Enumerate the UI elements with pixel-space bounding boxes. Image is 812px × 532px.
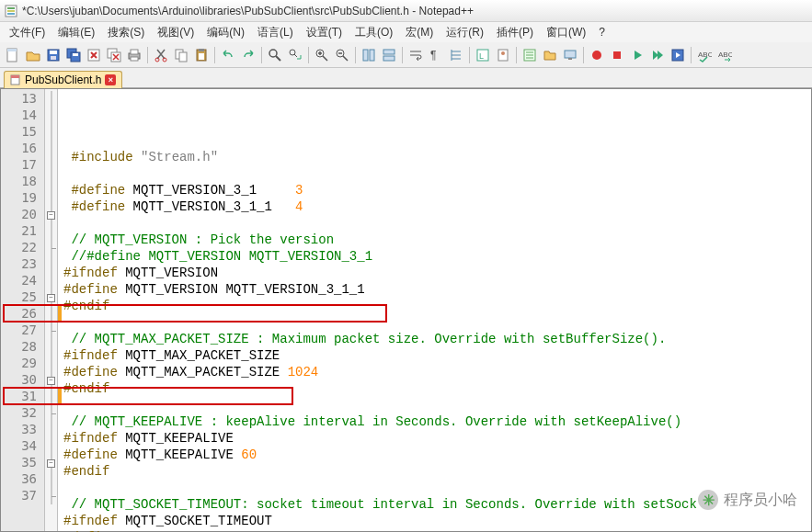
fold-toggle-icon[interactable]: −	[47, 377, 55, 385]
menu-tools[interactable]: 工具(O)	[349, 23, 398, 42]
fold-toggle-icon[interactable]: −	[47, 294, 55, 302]
save-macro-icon[interactable]	[669, 46, 687, 64]
code-line[interactable]: // MQTT_SOCKET_TIMEOUT: socket timeout i…	[62, 497, 811, 514]
replace-icon[interactable]	[286, 46, 304, 64]
line-number: 19	[1, 190, 44, 207]
menu-macro[interactable]: 宏(M)	[400, 23, 439, 42]
code-line[interactable]: #define MQTT_VERSION_3_1_1 4	[62, 199, 811, 216]
fold-column[interactable]: −−−−	[45, 89, 58, 531]
fold-cell[interactable]: −	[45, 207, 57, 223]
close-icon[interactable]	[85, 46, 103, 64]
record-macro-icon[interactable]	[588, 46, 606, 64]
doc-map-icon[interactable]	[494, 46, 512, 64]
fold-cell[interactable]: −	[45, 289, 57, 306]
code-line[interactable]: #endif	[62, 464, 811, 481]
folder-tree-icon[interactable]	[541, 46, 559, 64]
code-line[interactable]	[62, 216, 811, 232]
new-file-icon[interactable]	[4, 46, 22, 64]
play-multi-icon[interactable]	[648, 46, 667, 64]
menu-search[interactable]: 搜索(S)	[102, 23, 150, 42]
code-line[interactable]: #define MQTT_VERSION MQTT_VERSION_3_1_1	[62, 282, 811, 299]
svg-rect-16	[131, 50, 138, 54]
code-line[interactable]: #define MQTT_KEEPALIVE 60	[62, 447, 811, 464]
menu-file[interactable]: 文件(F)	[4, 23, 51, 42]
code-line[interactable]	[62, 481, 811, 497]
open-file-icon[interactable]	[24, 46, 42, 64]
spellcheck-next-icon[interactable]: ABC	[715, 46, 734, 64]
separator	[402, 47, 403, 63]
code-line[interactable]: #include "Stream.h"	[62, 150, 811, 166]
cut-icon[interactable]	[152, 46, 170, 64]
redo-icon[interactable]	[239, 46, 257, 64]
line-number: 24	[1, 273, 44, 289]
menu-run[interactable]: 运行(R)	[440, 23, 489, 42]
window-title: *C:\Users\juban\Documents\Arduino\librar…	[22, 5, 474, 17]
menu-help[interactable]: ?	[593, 24, 611, 40]
code-line[interactable]	[62, 166, 811, 183]
fold-cell	[45, 190, 57, 207]
fold-cell	[45, 306, 57, 323]
save-all-icon[interactable]	[64, 46, 83, 64]
code-line[interactable]: #endif	[62, 299, 811, 315]
line-number: 25	[1, 289, 44, 306]
code-line[interactable]: #ifndef MQTT_VERSION	[62, 266, 811, 282]
svg-rect-7	[50, 51, 57, 54]
copy-icon[interactable]	[172, 46, 190, 64]
code-line[interactable]: // MQTT_MAX_PACKET_SIZE : Maximum packet…	[62, 332, 811, 348]
code-line[interactable]: #endif	[62, 381, 811, 398]
menu-settings[interactable]: 设置(T)	[301, 23, 348, 42]
menu-window[interactable]: 窗口(W)	[541, 23, 591, 42]
title-bar: *C:\Users\juban\Documents\Arduino\librar…	[0, 0, 812, 22]
paste-icon[interactable]	[192, 46, 211, 64]
fold-cell[interactable]: −	[45, 455, 57, 471]
show-all-chars-icon[interactable]: ¶	[427, 46, 445, 64]
editor[interactable]: 1314151617181920212223242526272829303132…	[0, 88, 812, 532]
svg-rect-29	[363, 50, 368, 61]
menu-language[interactable]: 语言(L)	[252, 23, 299, 42]
play-macro-icon[interactable]	[628, 46, 646, 64]
fold-toggle-icon[interactable]: −	[47, 211, 55, 220]
fold-toggle-icon[interactable]: −	[47, 459, 55, 468]
lang-icon[interactable]: L	[474, 46, 492, 64]
code-line[interactable]: //#define MQTT_VERSION MQTT_VERSION_3_1	[62, 249, 811, 266]
menu-edit[interactable]: 编辑(E)	[52, 23, 100, 42]
fold-cell[interactable]: −	[45, 372, 57, 389]
close-all-icon[interactable]	[105, 46, 123, 64]
find-icon[interactable]	[266, 46, 284, 64]
code-line[interactable]: // MQTT_VERSION : Pick the version	[62, 232, 811, 249]
tab-close-icon[interactable]: ×	[105, 74, 116, 85]
code-line[interactable]: #define MQTT_MAX_PACKET_SIZE 1024	[62, 365, 811, 381]
svg-rect-30	[370, 50, 374, 61]
svg-rect-31	[383, 50, 395, 54]
menu-view[interactable]: 视图(V)	[152, 23, 200, 42]
zoom-in-icon[interactable]	[313, 46, 331, 64]
sync-v-icon[interactable]	[360, 46, 378, 64]
indent-guide-icon[interactable]	[447, 46, 465, 64]
undo-icon[interactable]	[219, 46, 237, 64]
func-list-icon[interactable]	[520, 46, 539, 64]
code-line[interactable]	[62, 315, 811, 332]
menu-plugins[interactable]: 插件(P)	[491, 23, 539, 42]
svg-rect-1	[7, 7, 15, 9]
stop-macro-icon[interactable]	[608, 46, 626, 64]
code-line[interactable]: #ifndef MQTT_SOCKET_TIMEOUT	[62, 514, 811, 530]
line-number: 32	[1, 405, 44, 422]
monitor-icon[interactable]	[561, 46, 579, 64]
toolbar: ¶ L ABC ABC	[0, 42, 812, 68]
code-line[interactable]: // MQTT_KEEPALIVE : keepAlive interval i…	[62, 414, 811, 431]
save-icon[interactable]	[44, 46, 63, 64]
code-line[interactable]: #ifndef MQTT_KEEPALIVE	[62, 431, 811, 447]
code-line[interactable]: #ifndef MQTT_MAX_PACKET_SIZE	[62, 348, 811, 365]
tab-pubsubclient[interactable]: PubSubClient.h ×	[4, 71, 122, 88]
wordwrap-icon[interactable]	[406, 46, 425, 64]
spellcheck-icon[interactable]: ABC	[695, 46, 714, 64]
code-line[interactable]: #define MQTT_VERSION_3_1 3	[62, 183, 811, 199]
print-icon[interactable]	[125, 46, 143, 64]
line-number: 16	[1, 141, 44, 157]
fold-cell	[45, 91, 57, 108]
code-area[interactable]: #include "Stream.h" #define MQTT_VERSION…	[62, 89, 811, 531]
menu-encoding[interactable]: 编码(N)	[201, 23, 250, 42]
code-line[interactable]	[62, 398, 811, 414]
sync-h-icon[interactable]	[380, 46, 398, 64]
zoom-out-icon[interactable]	[333, 46, 351, 64]
